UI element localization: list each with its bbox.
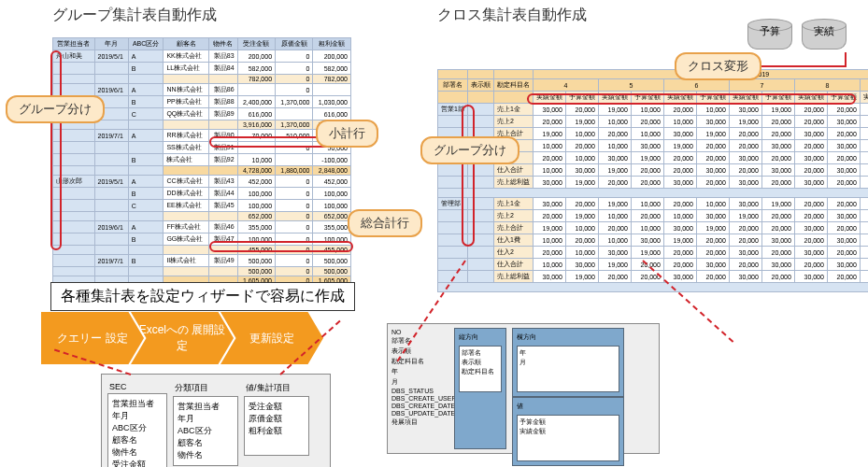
wizard-item[interactable]: 営業担当者 [178,401,234,413]
cell: 製品43 [209,176,238,188]
wizard-item[interactable]: 顧客名 [178,437,234,449]
cell: 2019/6/1 [94,84,128,96]
field-item[interactable]: DBS_CREATE_DATE [391,403,451,409]
col-header: 原価金額 [276,38,313,50]
cell [94,188,128,200]
cell [94,267,128,276]
red-outline-cross-row [527,93,856,105]
panel-item[interactable]: 勘定科目名 [462,367,499,376]
cell: 売上総利益 [493,271,533,283]
panel-item[interactable]: 予算金額 [519,417,617,427]
cell: RR株式会社 [164,130,209,142]
cell: 452,000 [237,176,275,188]
cell: C [128,200,164,212]
field-item[interactable]: 年 [391,367,451,376]
field-item[interactable]: DBS_CREATE_USER [391,395,451,402]
cell: 652,000 [237,212,275,221]
field-item[interactable]: 発展項目 [391,417,451,427]
chev-update[interactable]: 更新設定 [221,312,323,364]
chev-excel[interactable]: Excelへの 展開設定 [131,312,234,364]
cell [128,120,164,130]
cell: 製品44 [209,188,238,200]
cell: 製品49 [209,255,238,267]
cell: 616,000 [313,108,351,120]
cell: 100,000 [237,200,275,212]
panel-item[interactable]: 月 [519,358,617,367]
wizard-item[interactable]: 営業担当者 [112,398,163,410]
cell: 仕入合計 [493,164,533,177]
panel-item[interactable]: 部署名 [462,348,499,358]
cell [209,166,238,176]
panel-item[interactable]: 年 [519,348,617,358]
wizard-item[interactable]: ABC区分 [112,422,163,434]
cell [467,259,493,271]
wizard-item[interactable]: 粗利金額 [249,425,305,437]
col-header: 物件名 [209,38,238,50]
wizard-item[interactable]: 原価金額 [249,413,305,425]
cell: 500,000 [237,267,275,276]
cell: 2019/7/1 [94,130,128,142]
cell: 製品88 [209,96,238,108]
wizard-item[interactable]: ABC区分 [178,425,234,437]
wizard-item[interactable]: 物件名 [112,446,163,459]
callout-grandtotal: 総合計行 [348,209,422,237]
cell: 売上1金 [493,104,533,116]
cell: 500,000 [313,255,351,267]
panel-item[interactable]: 表示順 [462,358,499,367]
callout-cross: クロス変形 [675,52,761,80]
cell: 0 [276,50,313,63]
wizard-item[interactable]: 受注金額 [112,459,163,467]
cell: 2019/7/1 [94,255,128,267]
cell: 製品46 [209,221,238,234]
field-item[interactable]: 月 [391,377,451,387]
cell: 2,848,000 [313,166,351,176]
cell: 355,000 [313,221,351,234]
bracket-db [747,52,847,67]
cell [164,267,209,276]
cell: 売上総利益 [493,177,533,189]
cell: 452,000 [313,176,351,188]
field-item[interactable]: NO [391,329,451,335]
cell: A [128,84,164,96]
cell: B [128,234,164,246]
wizard-item[interactable]: 受注金額 [249,401,305,413]
panel-item[interactable]: 実績金額 [519,427,617,436]
wizard-item[interactable]: 物件名 [178,449,234,461]
cell: 500,000 [313,267,351,276]
cell: NN株式会社 [164,84,209,96]
wizard-item[interactable]: 顧客名 [112,434,163,446]
wizard-item[interactable]: 年月 [178,413,234,425]
cell: 売上合計 [493,222,533,234]
cell: 売上2 [493,116,533,128]
field-item[interactable]: DBS_UPDATE_DATE [391,410,451,417]
col-header: 粗利金額 [313,38,351,50]
cell: 1,030,000 [313,96,351,108]
cell: 500,000 [237,255,275,267]
col-header: 年月 [94,38,128,50]
cell: 3,916,000 [237,120,275,130]
cell [53,255,95,267]
wizard-item[interactable]: 年月 [112,410,163,422]
cell [276,108,313,120]
cell: 仕入2 [493,247,533,259]
cell: FF株式会社 [164,221,209,234]
chev-query[interactable]: クエリー 設定 [41,312,144,364]
cell: CC株式会社 [164,176,209,188]
field-item[interactable]: 部署名 [391,336,451,346]
cell: DD株式会社 [164,188,209,200]
callout-group: グループ分け [6,95,105,123]
cell: B [128,154,164,166]
cell: 10,000 [237,154,275,166]
title-left: グループ集計表自動作成 [52,6,217,25]
col-header: 受注金額 [237,38,275,50]
cell [94,63,128,75]
cell [164,75,209,84]
cell: 0 [276,200,313,212]
cell: 200,000 [237,50,275,63]
wizard1: SEC営業担当者年月ABC区分顧客名物件名受注金額原価金額粗利金額分類項目営業担… [101,374,331,467]
cell [164,166,209,176]
wizard-caption: 各種集計表を設定ウィザードで容易に作成 [50,282,355,311]
field-item[interactable]: DBS_STATUS [391,388,451,394]
cell: EE株式会社 [164,200,209,212]
cell: A [128,176,164,188]
